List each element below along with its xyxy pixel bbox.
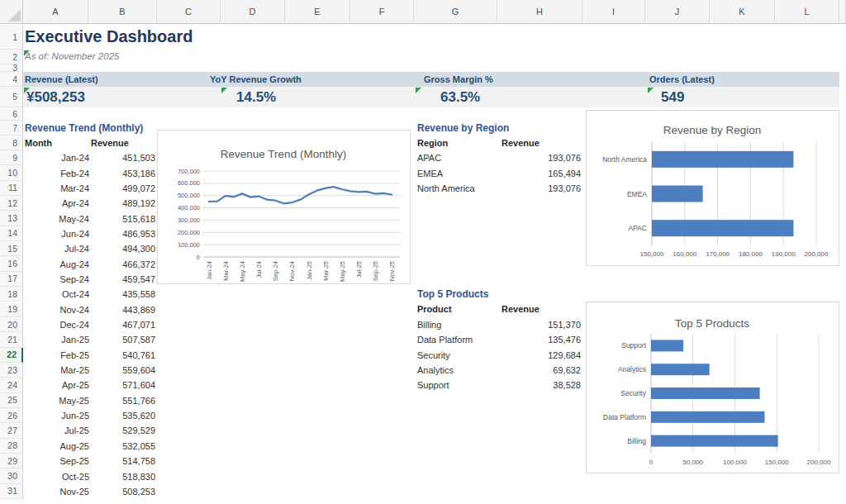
row-header-22[interactable]: 22 <box>0 348 23 363</box>
month-cell[interactable]: May-24 <box>23 211 89 226</box>
column-header-J[interactable]: J <box>645 0 710 24</box>
kpi-value-0[interactable]: ¥508,253 <box>26 87 85 107</box>
product-header-revenue[interactable]: Revenue <box>501 302 539 316</box>
revenue-cell[interactable]: 443,869 <box>89 302 155 317</box>
column-header-F[interactable]: F <box>350 0 414 24</box>
column-header-H[interactable]: H <box>497 0 582 24</box>
month-cell[interactable]: Sep-24 <box>23 272 89 287</box>
region-header-revenue[interactable]: Revenue <box>501 136 539 150</box>
row-header-24[interactable]: 24 <box>0 378 23 392</box>
row-header-29[interactable]: 29 <box>0 454 23 468</box>
revenue-cell[interactable]: 571,604 <box>89 378 155 392</box>
section-title-revenue-by-region[interactable]: Revenue by Region <box>417 121 509 136</box>
row-header-5[interactable]: 5 <box>0 87 23 107</box>
row-header-23[interactable]: 23 <box>0 363 23 378</box>
row-header-2[interactable]: 2 <box>0 50 23 64</box>
row-header-15[interactable]: 15 <box>0 241 23 256</box>
revenue-cell[interactable]: 69,632 <box>508 363 581 378</box>
region-header-region[interactable]: Region <box>417 136 448 150</box>
name-cell[interactable]: APAC <box>417 150 508 165</box>
revenue-cell[interactable]: 489,192 <box>89 196 155 211</box>
revenue-cell[interactable]: 466,372 <box>89 256 155 271</box>
row-header-21[interactable]: 21 <box>0 332 23 347</box>
column-header-L[interactable]: L <box>775 0 839 24</box>
revenue-cell[interactable]: 514,758 <box>89 454 155 468</box>
month-cell[interactable]: Jun-24 <box>23 226 89 241</box>
revenue-cell[interactable]: 435,558 <box>89 287 155 302</box>
kpi-label-2[interactable]: Gross Margin % <box>424 72 493 87</box>
revenue-cell[interactable]: 507,587 <box>89 332 155 347</box>
revenue-cell[interactable]: 559,604 <box>89 363 155 378</box>
revenue-cell[interactable]: 135,476 <box>508 332 581 347</box>
kpi-value-1[interactable]: 14.5% <box>236 87 276 107</box>
row-header-18[interactable]: 18 <box>0 287 23 302</box>
name-cell[interactable]: Security <box>417 348 508 363</box>
month-cell[interactable]: Oct-25 <box>23 468 89 483</box>
revenue-cell[interactable]: 499,072 <box>89 181 155 196</box>
revenue-cell[interactable]: 451,503 <box>89 150 155 165</box>
row-header-31[interactable]: 31 <box>0 484 23 499</box>
row-header-13[interactable]: 13 <box>0 211 23 226</box>
row-header-9[interactable]: 9 <box>0 150 23 165</box>
row-header-27[interactable]: 27 <box>0 423 23 438</box>
revenue-cell[interactable]: 532,055 <box>89 439 155 454</box>
month-cell[interactable]: Apr-25 <box>23 378 89 392</box>
revenue-by-region-chart[interactable]: Revenue by Region150,000160,000170,00018… <box>586 110 839 266</box>
revenue-cell[interactable]: 38,528 <box>508 378 581 392</box>
column-header-K[interactable]: K <box>710 0 775 24</box>
row-header-8[interactable]: 8 <box>0 136 23 150</box>
kpi-label-3[interactable]: Orders (Latest) <box>649 72 715 87</box>
revenue-cell[interactable]: 508,253 <box>89 484 155 499</box>
row-header-16[interactable]: 16 <box>0 256 23 271</box>
monthly-header-revenue[interactable]: Revenue <box>91 136 129 150</box>
column-header-B[interactable]: B <box>88 0 157 24</box>
name-cell[interactable]: Billing <box>417 317 508 332</box>
kpi-value-2[interactable]: 63.5% <box>440 87 480 107</box>
month-cell[interactable]: Sep-25 <box>23 454 89 468</box>
column-header-E[interactable]: E <box>285 0 350 24</box>
month-cell[interactable]: Nov-24 <box>23 302 89 317</box>
page-subtitle[interactable]: As of: November 2025 <box>25 51 119 61</box>
month-cell[interactable]: Nov-25 <box>23 484 89 499</box>
row-header-11[interactable]: 11 <box>0 181 23 196</box>
revenue-cell[interactable]: 129,684 <box>508 348 581 363</box>
month-cell[interactable]: Jul-24 <box>23 241 89 256</box>
row-header-14[interactable]: 14 <box>0 226 23 241</box>
row-header-28[interactable]: 28 <box>0 439 23 454</box>
monthly-header-month[interactable]: Month <box>25 136 52 150</box>
month-cell[interactable]: Mar-25 <box>23 363 89 378</box>
row-header-26[interactable]: 26 <box>0 408 23 423</box>
row-header-20[interactable]: 20 <box>0 317 23 332</box>
revenue-trend-chart[interactable]: Revenue Trend (Monthly)0100,000200,00030… <box>157 130 411 284</box>
row-header-1[interactable]: 1 <box>0 25 23 50</box>
column-header-I[interactable]: I <box>582 0 645 24</box>
select-all-corner[interactable] <box>0 0 23 24</box>
revenue-cell[interactable]: 459,547 <box>89 272 155 287</box>
month-cell[interactable]: Jan-25 <box>23 332 89 347</box>
revenue-cell[interactable]: 535,620 <box>89 408 155 423</box>
section-title-top-products[interactable]: Top 5 Products <box>417 287 488 302</box>
name-cell[interactable]: Support <box>417 378 508 392</box>
month-cell[interactable]: May-25 <box>23 393 89 408</box>
revenue-cell[interactable]: 453,186 <box>89 165 155 180</box>
revenue-cell[interactable]: 165,494 <box>508 165 581 180</box>
revenue-cell[interactable]: 467,071 <box>89 317 155 332</box>
kpi-label-1[interactable]: YoY Revenue Growth <box>210 72 302 87</box>
column-header-G[interactable]: G <box>414 0 497 24</box>
month-cell[interactable]: Aug-25 <box>23 439 89 454</box>
revenue-cell[interactable]: 551,766 <box>89 393 155 408</box>
row-header-12[interactable]: 12 <box>0 196 23 211</box>
name-cell[interactable]: EMEA <box>417 165 508 180</box>
section-title-revenue-trend[interactable]: Revenue Trend (Monthly) <box>25 121 143 136</box>
page-title[interactable]: Executive Dashboard <box>25 27 192 46</box>
column-header-D[interactable]: D <box>221 0 285 24</box>
month-cell[interactable]: Jan-24 <box>23 150 89 165</box>
kpi-value-3[interactable]: 549 <box>661 87 684 107</box>
row-header-30[interactable]: 30 <box>0 468 23 483</box>
revenue-cell[interactable]: 515,618 <box>89 211 155 226</box>
revenue-cell[interactable]: 486,953 <box>89 226 155 241</box>
row-header-4[interactable]: 4 <box>0 72 23 87</box>
row-header-10[interactable]: 10 <box>0 165 23 180</box>
month-cell[interactable]: Dec-24 <box>23 317 89 332</box>
month-cell[interactable]: Mar-24 <box>23 181 89 196</box>
